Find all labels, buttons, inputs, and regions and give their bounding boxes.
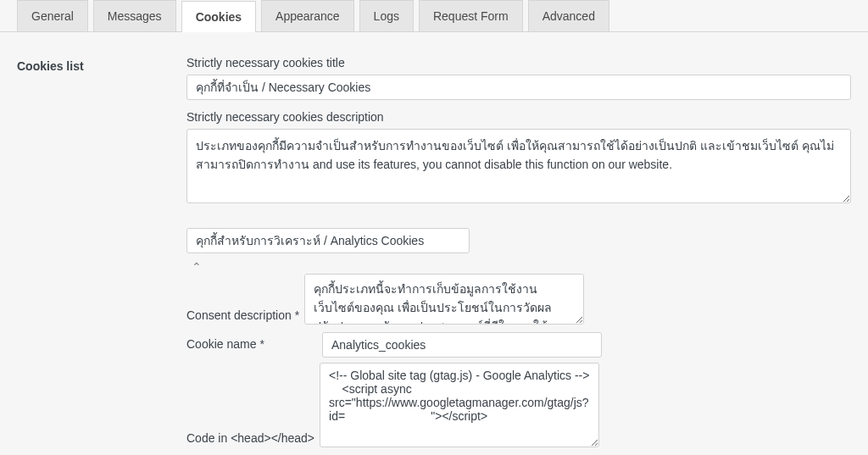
cookie-group-title-input[interactable] <box>186 228 470 253</box>
tab-logs[interactable]: Logs <box>359 0 414 31</box>
code-head-textarea[interactable] <box>320 363 599 447</box>
tab-cookies[interactable]: Cookies <box>181 1 256 32</box>
tab-appearance[interactable]: Appearance <box>261 0 354 31</box>
section-title: Cookies list <box>17 59 186 73</box>
chevron-up-icon[interactable]: ⌃ <box>192 260 202 274</box>
necessary-desc-label: Strictly necessary cookies description <box>186 110 851 124</box>
tab-messages[interactable]: Messages <box>93 0 176 31</box>
necessary-title-input[interactable] <box>186 75 851 100</box>
consent-desc-label: Consent description * <box>186 308 299 327</box>
necessary-title-label: Strictly necessary cookies title <box>186 56 851 69</box>
consent-desc-textarea[interactable] <box>304 274 584 325</box>
tab-request-form[interactable]: Request Form <box>419 0 523 31</box>
tab-advanced[interactable]: Advanced <box>528 0 609 31</box>
cookie-name-label: Cookie name * <box>186 332 322 351</box>
code-head-label: Code in <head></head> <box>186 431 314 450</box>
tab-general[interactable]: General <box>17 0 88 31</box>
necessary-desc-textarea[interactable] <box>186 129 851 203</box>
cookie-name-input[interactable] <box>322 332 602 358</box>
tabs-container: General Messages Cookies Appearance Logs… <box>0 0 868 32</box>
